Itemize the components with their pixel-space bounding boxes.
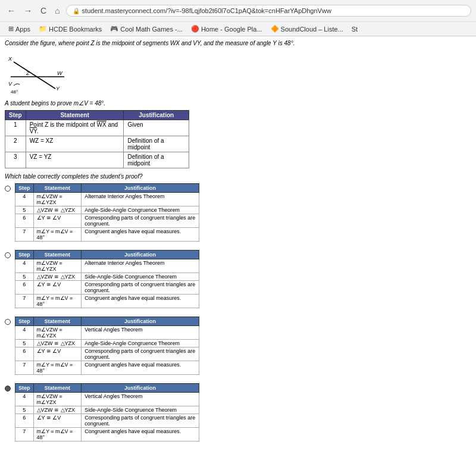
- ans-c-row-4: 4 m∠VZW = m∠YZX Vertical Angles Theorem: [15, 326, 199, 340]
- problem-statement: Consider the figure, where point Z is th…: [5, 40, 471, 46]
- soundcloud-icon: 🔶: [271, 25, 279, 33]
- proof-statement-1: Point Z is the midpoint of WX and VY.: [26, 120, 124, 136]
- proof-header-justification: Justification: [124, 111, 189, 120]
- ans-b-header-step: Step: [15, 250, 34, 259]
- ans-c-header-step: Step: [15, 317, 34, 326]
- ans-a-just-7: Congruent angles have equal measures.: [82, 228, 199, 242]
- svg-text:W: W: [57, 70, 63, 76]
- browser-chrome: ← → C ⌂ 🔒 student.masteryconnect.com/?iv…: [0, 0, 476, 36]
- svg-text:48°: 48°: [11, 89, 18, 95]
- ans-d-just-6: Corresponding parts of congruent triangl…: [82, 414, 199, 428]
- bookmark-apps-label: Apps: [15, 26, 30, 33]
- ans-c-row-6: 6 ∠Y ≅ ∠V Corresponding parts of congrue…: [15, 347, 199, 361]
- bookmark-st[interactable]: St: [348, 25, 361, 33]
- ans-a-just-5: Angle-Side-Angle Congruence Theorem: [82, 206, 199, 214]
- proof-row-3: 3 VZ = YZ Definition of a midpoint: [5, 152, 189, 168]
- ans-b-step-4: 4: [15, 259, 34, 273]
- answer-choice-c[interactable]: Step Statement Justification 4 m∠VZW = m…: [5, 317, 471, 378]
- ans-d-stmt-6: ∠Y ≅ ∠V: [33, 414, 82, 428]
- proof-statement-2: WZ = XZ: [26, 136, 124, 152]
- forward-button[interactable]: →: [21, 5, 35, 17]
- main-proof-table: Step Statement Justification 1 Point Z i…: [5, 110, 189, 168]
- svg-text:V: V: [8, 81, 12, 87]
- ans-b-step-6: 6: [15, 281, 34, 295]
- ans-d-header-just: Justification: [82, 384, 199, 393]
- ans-a-header-statement: Statement: [33, 184, 82, 193]
- ans-c-stmt-7: m∠Y = m∠V = 48°: [33, 361, 82, 375]
- ans-c-header-statement: Statement: [33, 317, 82, 326]
- radio-b[interactable]: [5, 251, 12, 258]
- ans-b-row-6: 6 ∠Y ≅ ∠V Corresponding parts of congrue…: [15, 281, 199, 295]
- radio-circle-d: [5, 386, 11, 392]
- radio-circle-c: [5, 319, 11, 325]
- ans-d-just-4: Vertical Angles Theorem: [82, 393, 199, 406]
- answer-choice-d[interactable]: Step Statement Justification 4 m∠VZW = m…: [5, 383, 471, 445]
- radio-c[interactable]: [5, 318, 12, 325]
- ans-c-just-5: Angle-Side-Angle Congruence Theorem: [82, 340, 199, 347]
- ans-c-stmt-5: △VZW ≅ △YZX: [33, 340, 82, 347]
- question-text: Which table correctly completes the stud…: [5, 173, 471, 180]
- page-content: Consider the figure, where point Z is th…: [0, 36, 476, 475]
- ans-d-row-7: 7 m∠Y = m∠V = 48° Congruent angles have …: [15, 428, 199, 441]
- answer-choice-b[interactable]: Step Statement Justification 4 m∠VZW = m…: [5, 250, 471, 312]
- address-bar[interactable]: 🔒 student.masteryconnect.com/?iv=-98fLqj…: [66, 5, 471, 17]
- bookmark-apps[interactable]: ⊞ Apps: [5, 24, 34, 33]
- ans-c-step-6: 6: [15, 347, 34, 361]
- bookmark-google[interactable]: 🔴 Home - Google Pla...: [187, 24, 266, 33]
- bookmark-hcde[interactable]: 📁 HCDE Bookmarks: [35, 24, 105, 33]
- ans-c-step-5: 5: [15, 340, 34, 347]
- bookmark-soundcloud[interactable]: 🔶 SoundCloud – Liste...: [267, 24, 347, 33]
- back-button[interactable]: ←: [5, 5, 18, 17]
- ans-d-just-5: Side-Angle-Side Congruence Theorem: [82, 406, 199, 414]
- ans-b-stmt-7: m∠Y = m∠V = 48°: [33, 295, 82, 308]
- answer-table-a: Step Statement Justification 4 m∠VZW = m…: [15, 183, 199, 242]
- ans-c-just-6: Corresponding parts of congruent triangl…: [82, 347, 199, 361]
- ans-a-header-just: Justification: [82, 184, 199, 193]
- bookmark-st-label: St: [352, 26, 358, 33]
- svg-text:Z: Z: [26, 70, 30, 76]
- ans-d-header-step: Step: [15, 384, 34, 393]
- ans-d-row-5: 5 △VZW ≅ △YZX Side-Angle-Side Congruence…: [15, 406, 199, 414]
- ans-d-step-6: 6: [15, 414, 34, 428]
- refresh-button[interactable]: C: [38, 5, 49, 17]
- proof-statement-3: VZ = YZ: [26, 152, 124, 168]
- home-button[interactable]: ⌂: [52, 5, 62, 17]
- bookmark-coolmath[interactable]: 🎮 Cool Math Games -...: [107, 24, 186, 33]
- ans-a-header-step: Step: [15, 184, 34, 193]
- student-proves-text: A student begins to prove m∠V = 48°.: [5, 100, 471, 107]
- radio-a[interactable]: [5, 184, 12, 192]
- radio-circle-a: [5, 186, 11, 192]
- ans-a-just-6: Corresponding parts of congruent triangl…: [82, 214, 199, 228]
- radio-d[interactable]: [5, 384, 12, 392]
- ans-c-row-5: 5 △VZW ≅ △YZX Angle-Side-Angle Congruenc…: [15, 340, 199, 347]
- ans-d-row-6: 6 ∠Y ≅ ∠V Corresponding parts of congrue…: [15, 414, 199, 428]
- answer-choice-a[interactable]: Step Statement Justification 4 m∠VZW = m…: [5, 183, 471, 245]
- proof-just-2: Definition of a midpoint: [124, 136, 189, 152]
- ans-a-step-7: 7: [15, 228, 34, 242]
- proof-step-2: 2: [5, 136, 26, 152]
- bookmark-hcde-label: HCDE Bookmarks: [49, 26, 102, 33]
- geometry-figure: X Z W Y V 48°: [5, 50, 88, 98]
- nav-bar: ← → C ⌂ 🔒 student.masteryconnect.com/?iv…: [0, 0, 476, 21]
- svg-text:Y: Y: [56, 86, 60, 92]
- ans-b-step-7: 7: [15, 295, 34, 308]
- ans-c-stmt-6: ∠Y ≅ ∠V: [33, 347, 82, 361]
- ans-d-step-5: 5: [15, 406, 34, 414]
- ans-d-stmt-4: m∠VZW = m∠YZX: [33, 393, 82, 406]
- ans-b-step-5: 5: [15, 273, 34, 281]
- answer-choices: Step Statement Justification 4 m∠VZW = m…: [5, 183, 471, 445]
- proof-row-2: 2 WZ = XZ Definition of a midpoint: [5, 136, 189, 152]
- ans-a-stmt-4: m∠VZW = m∠YZX: [33, 193, 82, 206]
- bookmark-google-label: Home - Google Pla...: [201, 26, 262, 33]
- ans-b-row-4: 4 m∠VZW = m∠YZX Alternate Interior Angle…: [15, 259, 199, 273]
- ans-a-stmt-5: △VZW ≅ △YZX: [33, 206, 82, 214]
- radio-circle-b: [5, 252, 11, 258]
- bookmark-coolmath-label: Cool Math Games -...: [120, 26, 183, 33]
- proof-step-3: 3: [5, 152, 26, 168]
- ans-a-row-4: 4 m∠VZW = m∠YZX Alternate Interior Angle…: [15, 193, 199, 206]
- ans-a-just-4: Alternate Interior Angles Theorem: [82, 193, 199, 206]
- ans-c-step-7: 7: [15, 361, 34, 375]
- ans-b-row-7: 7 m∠Y = m∠V = 48° Congruent angles have …: [15, 295, 199, 308]
- ans-b-row-5: 5 △VZW ≅ △YZX Side-Angle-Side Congruence…: [15, 273, 199, 281]
- ans-c-step-4: 4: [15, 326, 34, 340]
